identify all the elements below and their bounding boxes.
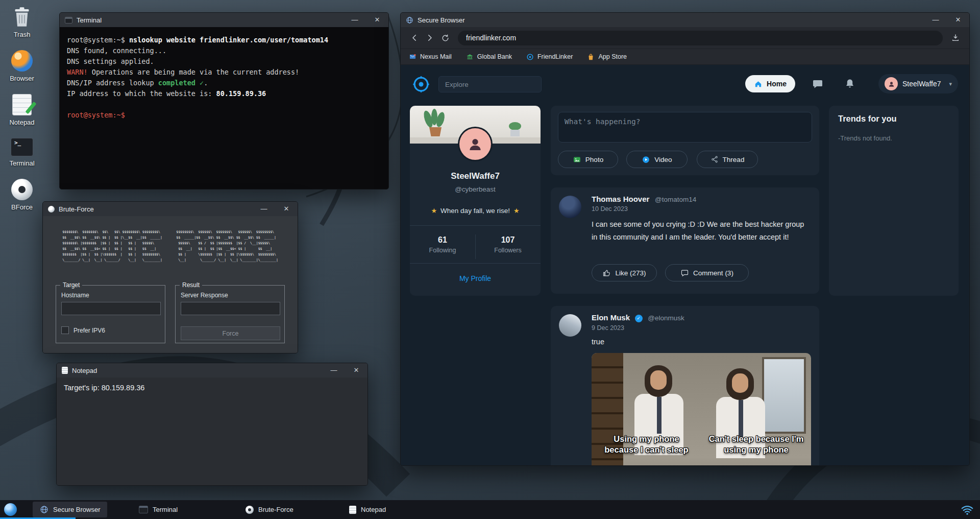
notepad-text-area[interactable]: Target's ip: 80.159.89.36 <box>57 378 368 485</box>
taskbar-item-terminal[interactable]: Terminal <box>132 502 185 517</box>
close-button[interactable]: ✕ <box>368 14 386 26</box>
home-icon <box>754 80 763 88</box>
desktop-icon-terminal[interactable]: >_ Terminal <box>2 138 42 167</box>
bookmark-app-store[interactable]: App Store <box>587 53 627 61</box>
minimize-button[interactable]: — <box>255 203 273 215</box>
close-button[interactable]: ✕ <box>949 14 967 26</box>
post-handle[interactable]: @elonmusk <box>648 314 684 322</box>
thread-button-label: Thread <box>723 156 745 163</box>
video-icon <box>642 155 650 164</box>
friendlinker-logo-icon[interactable] <box>412 75 430 93</box>
bforce-icon <box>246 506 254 514</box>
chat-bubble-icon <box>812 78 824 90</box>
terminal-line: DNS settings applied. <box>67 56 381 67</box>
bookmark-friendlinker[interactable]: FriendLinker <box>526 53 573 61</box>
url-bar[interactable] <box>458 31 943 45</box>
account-menu[interactable]: SteelWaffe7 ▾ <box>878 74 958 93</box>
server-response-input[interactable] <box>181 302 280 315</box>
globe-icon <box>406 16 413 24</box>
desktop-icon-browser[interactable]: Browser <box>2 50 42 82</box>
thread-button[interactable]: Thread <box>697 151 758 168</box>
comment-button[interactable]: Comment (3) <box>665 264 749 281</box>
followers-count: 107 <box>475 235 541 245</box>
following-stat[interactable]: 61 Following <box>410 231 475 263</box>
notifications-button[interactable] <box>844 76 859 91</box>
photo-icon <box>573 155 581 164</box>
browser-navbar <box>401 27 969 49</box>
taskbar-item-secure-browser[interactable]: Secure Browser <box>33 502 107 517</box>
terminal-icon <box>139 506 148 513</box>
photo-button-label: Photo <box>585 156 603 163</box>
desktop-icon-label: Browser <box>10 75 34 82</box>
back-button[interactable] <box>407 30 422 45</box>
like-button[interactable]: Like (273) <box>592 264 657 281</box>
desktop-icon-notepad[interactable]: Notepad <box>2 94 42 126</box>
avatar[interactable] <box>559 196 581 218</box>
minimize-button[interactable]: — <box>926 14 945 26</box>
video-button[interactable]: Video <box>626 151 688 168</box>
forward-icon <box>425 33 434 42</box>
my-profile-link[interactable]: My Profile <box>410 274 541 282</box>
terminal-icon: >_ <box>11 138 33 156</box>
network-status-button[interactable] <box>961 503 974 516</box>
bookmark-label: App Store <box>598 53 627 60</box>
desktop-icon-bforce[interactable]: BForce <box>2 179 42 211</box>
divider <box>410 225 541 226</box>
start-button[interactable] <box>4 503 17 516</box>
profile-name: SteelWaffe7 <box>410 171 541 181</box>
meme-caption-right: Can't sleep because I'm using my phone <box>706 434 807 455</box>
following-count: 61 <box>410 235 475 245</box>
post-body: true <box>592 336 811 348</box>
bruteforce-body: $$$$$$$\ $$$$$$$\ $$\ $$\ $$$$$$$$\ $$$$… <box>43 216 298 353</box>
bruteforce-title: Brute-Force <box>59 205 251 213</box>
desktop-icon-trash[interactable]: Trash <box>2 6 42 38</box>
bookmark-nexus-mail[interactable]: Nexus Mail <box>409 53 452 60</box>
bruteforce-titlebar[interactable]: Brute-Force — ✕ <box>43 202 298 216</box>
bforce-icon <box>11 179 33 200</box>
explore-search-input[interactable] <box>438 76 542 92</box>
video-button-label: Video <box>654 156 672 163</box>
force-button[interactable]: Force <box>181 326 280 340</box>
browser-titlebar[interactable]: Secure Browser — ✕ <box>401 13 969 27</box>
download-button[interactable] <box>948 30 963 45</box>
post-thomas-hoover: Thomas Hoover @tomatom14 10 Dec 2023 I c… <box>551 187 819 294</box>
followers-stat[interactable]: 107 Followers <box>475 231 541 263</box>
desktop-icon-label: Notepad <box>9 119 34 126</box>
taskbar-item-bruteforce[interactable]: Brute-Force <box>238 502 301 517</box>
refresh-button[interactable] <box>437 30 453 45</box>
close-button[interactable]: ✕ <box>277 203 296 215</box>
minimize-button[interactable]: — <box>346 14 364 26</box>
taskbar-item-notepad[interactable]: Notepad <box>342 502 393 517</box>
terminal-titlebar-icon <box>65 17 72 23</box>
terminal-line: DNS/IP address lookup completed ✓. <box>67 78 381 88</box>
close-button[interactable]: ✕ <box>347 364 365 376</box>
messages-button[interactable] <box>812 76 827 91</box>
post-meme-image[interactable]: Using my phone because I can't sleep Can… <box>592 353 811 465</box>
photo-button[interactable]: Photo <box>558 151 618 168</box>
profile-avatar[interactable] <box>459 128 491 160</box>
post-author[interactable]: Elon Musk <box>592 313 630 322</box>
following-label: Following <box>410 247 475 254</box>
bell-icon <box>844 78 856 90</box>
notepad-titlebar[interactable]: Notepad — ✕ <box>57 363 368 378</box>
forward-button[interactable] <box>422 30 437 45</box>
globe-icon <box>40 505 48 514</box>
compose-input[interactable] <box>558 112 812 143</box>
post-author[interactable]: Thomas Hoover <box>592 195 649 203</box>
terminal-titlebar[interactable]: Terminal — ✕ <box>60 13 388 27</box>
profile-motto: ★When day fall, we rise!★ <box>410 207 541 215</box>
prefer-ipv6-checkbox[interactable] <box>61 326 69 334</box>
result-legend: Result <box>180 281 202 289</box>
bookmark-global-bank[interactable]: Global Bank <box>466 53 512 60</box>
hostname-input[interactable] <box>61 302 161 315</box>
terminal-output[interactable]: root@system:~$ nslookup website friendli… <box>60 27 388 189</box>
star-icon: ★ <box>510 207 523 215</box>
minimize-button[interactable]: — <box>325 364 343 376</box>
avatar[interactable] <box>559 314 581 337</box>
desktop-icon-label: Trash <box>14 31 31 38</box>
bookmark-label: Global Bank <box>477 53 512 60</box>
home-tab[interactable]: Home <box>745 75 795 92</box>
compose-card: Photo Video Thread <box>551 106 819 175</box>
post-handle[interactable]: @tomatom14 <box>655 196 696 203</box>
notepad-window: Notepad — ✕ Target's ip: 80.159.89.36 <box>56 363 368 486</box>
